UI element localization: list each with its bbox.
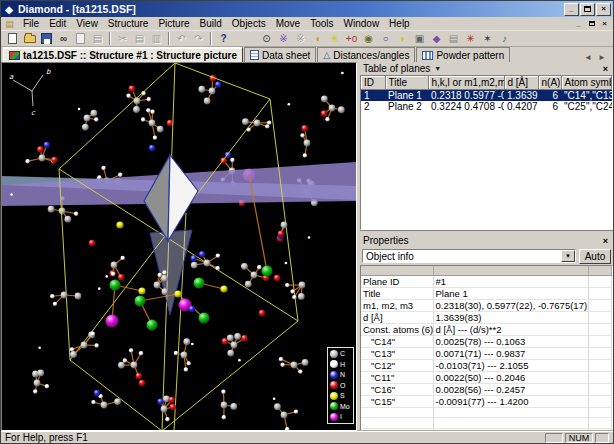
menu-item-picture[interactable]: Picture [153, 17, 194, 30]
plane-title: Plane 1 [385, 89, 428, 101]
status-cell-2 [595, 433, 609, 443]
planes-column-header[interactable]: Title [385, 76, 428, 89]
restore-button[interactable] [580, 3, 595, 16]
properties-grid-header [361, 266, 612, 275]
paste-icon[interactable]: ▥ [148, 31, 165, 46]
property-value: 0.0028(56) --- 0.2457 [433, 383, 588, 395]
star-icon[interactable]: ✶ [479, 31, 496, 46]
minimize-button[interactable]: _ [564, 3, 579, 16]
legend-label: S [340, 392, 345, 399]
property-label: m1, m2, m3 [361, 299, 433, 311]
menu-item-edit[interactable]: Edit [44, 17, 71, 30]
ring-icon[interactable]: ○ [377, 31, 394, 46]
mdi-close-button[interactable]: × [598, 18, 611, 30]
properties-close-icon[interactable]: × [601, 236, 610, 246]
planes-column-header[interactable]: Atom symbols [561, 76, 612, 89]
property-row[interactable]: "C11"0.0022(50) --- 0.2046 [361, 371, 612, 383]
copy-icon[interactable]: ▤ [131, 31, 148, 46]
save-icon[interactable] [38, 31, 55, 46]
print-icon[interactable]: ▤ [89, 31, 106, 46]
property-row-empty [361, 418, 612, 429]
cell-icon[interactable]: ▣ [411, 31, 428, 46]
pane-menu-arrow-icon[interactable]: ▼ [434, 65, 441, 72]
property-row[interactable]: Plane ID#1 [361, 275, 612, 287]
powder-pattern-icon [422, 51, 433, 60]
toolbar-separator [210, 32, 212, 45]
menu-item-file[interactable]: File [18, 17, 44, 30]
legend-ball-h [330, 360, 338, 368]
legend-ball-o [330, 381, 338, 389]
packing-icon[interactable]: ▤ [445, 31, 462, 46]
plane-row[interactable]: 1Plane 10.2318 0.5977 -0.76751.36396"C14… [361, 89, 612, 101]
plane-atoms: "C14","C13... [561, 89, 612, 101]
mdi-restore-button[interactable] [585, 18, 598, 30]
find-icon[interactable]: ∞ [55, 31, 72, 46]
menu-item-structure[interactable]: Structure [103, 17, 154, 30]
menu-item-window[interactable]: Window [339, 17, 385, 30]
property-row[interactable]: "C12"-0.0103(71) --- 2.1055 [361, 359, 612, 371]
menu-item-tools[interactable]: Tools [305, 17, 338, 30]
context-help-icon[interactable]: ? [215, 31, 232, 46]
planes-column-header[interactable]: n(A) [538, 76, 561, 89]
object-info-select[interactable]: Object info ▼ [362, 249, 576, 263]
diamond-tool-icon[interactable]: ◆ [428, 31, 445, 46]
property-row[interactable]: "C15"-0.0091(77) --- 1.4200 [361, 395, 612, 407]
property-row[interactable]: "C16"0.0028(56) --- 0.2457 [361, 383, 612, 395]
cluster-icon[interactable]: ✳ [326, 31, 343, 46]
property-label: "C11" [361, 371, 433, 383]
property-value: 0.2318(30), 0.5977(22), -0.7675(17) [433, 299, 588, 311]
plane-row[interactable]: 2Plane 20.3224 0.4708 -0.82120.42076"C25… [361, 101, 612, 112]
menu-item-help[interactable]: Help [384, 17, 415, 30]
property-row[interactable]: "C13"0.0071(71) --- 0.9837 [361, 347, 612, 359]
note-icon[interactable]: ♪ [496, 31, 513, 46]
table-of-planes-header: Table of planes ▼ × [360, 62, 613, 75]
distances-angles-icon: △ [323, 51, 330, 60]
new-file-icon[interactable] [4, 31, 21, 46]
crescent-icon[interactable]: ◗ [394, 31, 411, 46]
polyhedra-icon[interactable]: ◖ [309, 31, 326, 46]
connect-atoms-icon[interactable]: ※ [275, 31, 292, 46]
object-info-value: Object info [366, 251, 414, 262]
structure-3d-view[interactable]: abc CHNOSMoI [1, 62, 357, 431]
menu-item-view[interactable]: View [71, 17, 103, 30]
property-row[interactable]: d [Å]1.3639(83) [361, 311, 612, 323]
add-ligand-icon[interactable]: +o [343, 31, 360, 46]
property-row[interactable]: m1, m2, m30.2318(30), 0.5977(22), -0.767… [361, 299, 612, 311]
auto-button[interactable]: Auto [579, 249, 611, 264]
spider-icon[interactable]: ✳ [462, 31, 479, 46]
tab-distances-angles[interactable]: △Distances/angles [317, 47, 415, 62]
structure-scene: abc [2, 63, 356, 431]
tab-scroll-arrows[interactable]: ◄ ► [581, 53, 611, 62]
destroy-icon[interactable]: ※ [292, 31, 309, 46]
focus-icon[interactable]: ◉ [360, 31, 377, 46]
tab-powder-pattern[interactable]: Powder pattern [416, 47, 510, 62]
print-preview-icon[interactable] [72, 31, 89, 46]
svg-text:b: b [46, 68, 51, 76]
legend-item: I [330, 412, 353, 423]
open-file-icon[interactable] [21, 31, 38, 46]
combo-dropdown-icon[interactable]: ▼ [561, 250, 575, 262]
undo-icon[interactable]: ↶ [173, 31, 190, 46]
menu-item-move[interactable]: Move [271, 17, 305, 30]
tab-ta1215-dsf-structure-1-structu[interactable]: ta1215.DSF :: Structure #1 : Structure p… [3, 47, 243, 62]
planes-column-header[interactable]: h,k,l or m1,m2,m3 [428, 76, 504, 89]
planes-column-header[interactable]: ID [361, 76, 385, 89]
property-row[interactable]: TitlePlane 1 [361, 287, 612, 299]
menu-item-objects[interactable]: Objects [227, 17, 271, 30]
tab-data-sheet[interactable]: Data sheet [244, 47, 316, 62]
document-icon[interactable]: ▤ [3, 18, 16, 30]
table-of-planes-close-icon[interactable]: × [601, 64, 610, 74]
legend-item: N [330, 370, 353, 381]
mdi-minimize-button[interactable]: _ [572, 18, 585, 30]
property-row[interactable]: "C14"0.0025(78) --- 0.1063 [361, 335, 612, 347]
close-button[interactable]: × [596, 3, 611, 16]
cut-icon[interactable]: ✂ [114, 31, 131, 46]
property-row[interactable]: Const. atoms (6)d [Å] --- (d/s)**2 [361, 323, 612, 335]
axes-indicator: abc [9, 68, 51, 117]
menu-item-build[interactable]: Build [195, 17, 227, 30]
planes-column-header[interactable]: d [Å] [504, 76, 538, 89]
redo-icon[interactable]: ↷ [190, 31, 207, 46]
property-value: -0.0103(71) --- 2.1055 [433, 359, 588, 371]
properties-table: Plane ID#1TitlePlane 1m1, m2, m30.2318(3… [361, 266, 612, 431]
add-atoms-icon[interactable]: ⊙ [258, 31, 275, 46]
